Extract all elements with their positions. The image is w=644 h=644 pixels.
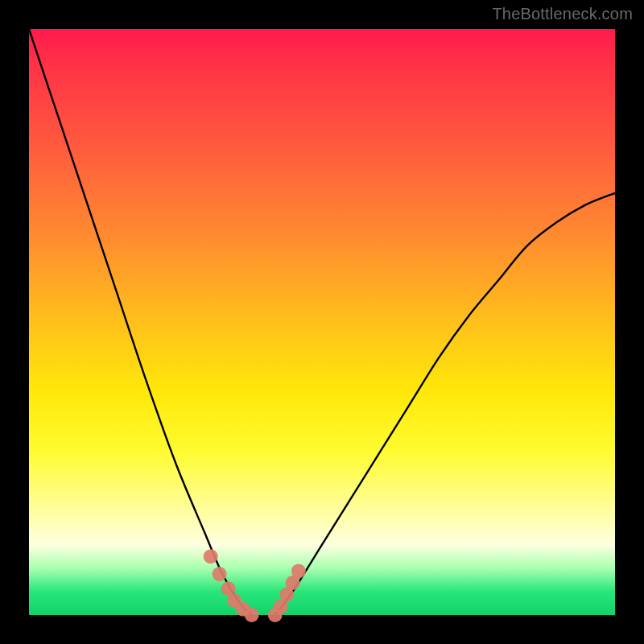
- curve-layer: [29, 29, 615, 615]
- svg-point-1: [213, 567, 227, 581]
- plot-area: [29, 29, 615, 615]
- svg-point-10: [291, 564, 306, 578]
- highlight-dots: [204, 549, 306, 622]
- svg-point-0: [204, 549, 218, 564]
- watermark-text: TheBottleneck.com: [492, 5, 633, 23]
- svg-point-5: [245, 608, 259, 622]
- right-curve: [275, 193, 615, 615]
- chart-container: TheBottleneck.com: [0, 0, 644, 644]
- left-curve: [29, 29, 252, 615]
